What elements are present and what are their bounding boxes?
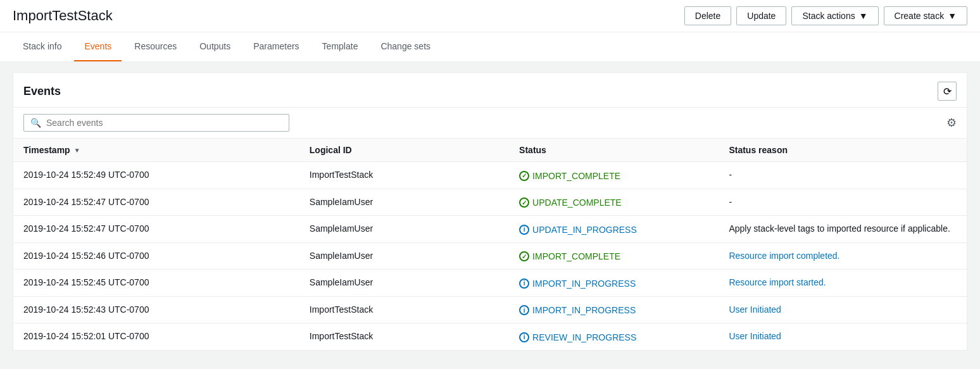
cell-status: ✓UPDATE_COMPLETE	[509, 189, 719, 216]
cell-logical-id: SampleIamUser	[299, 216, 509, 243]
cell-timestamp: 2019-10-24 15:52:47 UTC-0700	[13, 216, 299, 243]
tab-resources[interactable]: Resources	[124, 32, 187, 61]
stack-actions-button[interactable]: Stack actions ▼	[791, 6, 878, 25]
cell-timestamp: 2019-10-24 15:52:01 UTC-0700	[13, 323, 299, 350]
cell-status-reason: Resource import completed.	[719, 242, 967, 270]
cell-status: ✓IMPORT_COMPLETE	[509, 242, 719, 270]
search-input[interactable]	[46, 118, 282, 128]
cell-timestamp: 2019-10-24 15:52:47 UTC-0700	[13, 189, 299, 216]
cell-status: iIMPORT_IN_PROGRESS	[509, 296, 719, 323]
table-row: 2019-10-24 15:52:49 UTC-0700ImportTestSt…	[13, 162, 967, 189]
cell-status-reason: -	[719, 162, 967, 189]
status-inprogress-icon: i	[519, 332, 529, 342]
reason-link[interactable]: Resource import started.	[729, 277, 826, 287]
tab-stack-info[interactable]: Stack info	[13, 32, 72, 61]
status-complete-icon: ✓	[519, 171, 529, 181]
status-complete-icon: ✓	[519, 197, 529, 208]
top-header: ImportTestStack Delete Update Stack acti…	[0, 0, 980, 32]
search-area: 🔍 ⚙	[13, 108, 967, 139]
header-actions: Delete Update Stack actions ▼ Create sta…	[684, 6, 967, 25]
cell-logical-id: SampleIamUser	[299, 270, 509, 297]
tab-parameters[interactable]: Parameters	[243, 32, 309, 61]
cell-timestamp: 2019-10-24 15:52:46 UTC-0700	[13, 242, 299, 270]
events-table: Timestamp ▼ Logical ID Status Status rea…	[13, 139, 967, 350]
create-stack-button[interactable]: Create stack ▼	[884, 6, 967, 25]
cell-status: iIMPORT_IN_PROGRESS	[509, 270, 719, 297]
cell-status-reason: User Initiated	[719, 296, 967, 323]
events-panel: Events ⟳ 🔍 ⚙ Timestamp ▼	[13, 72, 967, 351]
panel-header: Events ⟳	[13, 73, 967, 108]
tabs-bar: Stack info Events Resources Outputs Para…	[0, 32, 980, 62]
table-row: 2019-10-24 15:52:47 UTC-0700SampleIamUse…	[13, 216, 967, 243]
table-row: 2019-10-24 15:52:45 UTC-0700SampleIamUse…	[13, 270, 967, 297]
sort-icon: ▼	[74, 147, 80, 154]
refresh-icon: ⟳	[943, 85, 952, 97]
reason-link[interactable]: User Initiated	[729, 331, 781, 341]
cell-status-reason: -	[719, 189, 967, 216]
table-row: 2019-10-24 15:52:46 UTC-0700SampleIamUse…	[13, 242, 967, 270]
cell-status-reason: User Initiated	[719, 323, 967, 350]
tab-template[interactable]: Template	[312, 32, 368, 61]
delete-button[interactable]: Delete	[684, 6, 731, 25]
tab-change-sets[interactable]: Change sets	[370, 32, 441, 61]
cell-status: iUPDATE_IN_PROGRESS	[509, 216, 719, 243]
table-row: 2019-10-24 15:52:47 UTC-0700SampleIamUse…	[13, 189, 967, 216]
cell-logical-id: SampleIamUser	[299, 242, 509, 270]
cell-status-reason: Apply stack-level tags to imported resou…	[719, 216, 967, 243]
settings-icon[interactable]: ⚙	[946, 116, 957, 130]
table-row: 2019-10-24 15:52:01 UTC-0700ImportTestSt…	[13, 323, 967, 350]
cell-timestamp: 2019-10-24 15:52:43 UTC-0700	[13, 296, 299, 323]
status-complete-icon: ✓	[519, 251, 529, 261]
status-inprogress-icon: i	[519, 278, 529, 289]
refresh-button[interactable]: ⟳	[938, 82, 957, 101]
cell-logical-id: ImportTestStack	[299, 323, 509, 350]
col-header-status: Status	[509, 139, 719, 162]
col-header-logical-id: Logical ID	[299, 139, 509, 162]
tab-events[interactable]: Events	[74, 32, 122, 61]
reason-link[interactable]: User Initiated	[729, 304, 781, 315]
reason-link[interactable]: Resource import completed.	[729, 251, 839, 261]
cell-status: iREVIEW_IN_PROGRESS	[509, 323, 719, 350]
page-title: ImportTestStack	[13, 8, 113, 24]
col-header-timestamp: Timestamp ▼	[13, 139, 299, 162]
chevron-down-icon: ▼	[859, 11, 868, 21]
search-box: 🔍	[23, 114, 289, 132]
panel-title: Events	[23, 85, 61, 98]
cell-status: ✓IMPORT_COMPLETE	[509, 162, 719, 189]
chevron-down-icon: ▼	[948, 11, 957, 21]
cell-logical-id: ImportTestStack	[299, 296, 509, 323]
cell-logical-id: ImportTestStack	[299, 162, 509, 189]
update-button[interactable]: Update	[736, 6, 786, 25]
cell-timestamp: 2019-10-24 15:52:49 UTC-0700	[13, 162, 299, 189]
cell-timestamp: 2019-10-24 15:52:45 UTC-0700	[13, 270, 299, 297]
tab-outputs[interactable]: Outputs	[189, 32, 241, 61]
search-icon: 🔍	[30, 118, 41, 128]
table-header-row: Timestamp ▼ Logical ID Status Status rea…	[13, 139, 967, 162]
table-row: 2019-10-24 15:52:43 UTC-0700ImportTestSt…	[13, 296, 967, 323]
status-inprogress-icon: i	[519, 305, 529, 315]
cell-logical-id: SampleIamUser	[299, 189, 509, 216]
status-inprogress-icon: i	[519, 225, 529, 235]
content-area: Events ⟳ 🔍 ⚙ Timestamp ▼	[0, 62, 980, 361]
col-header-status-reason: Status reason	[719, 139, 967, 162]
cell-status-reason: Resource import started.	[719, 270, 967, 297]
